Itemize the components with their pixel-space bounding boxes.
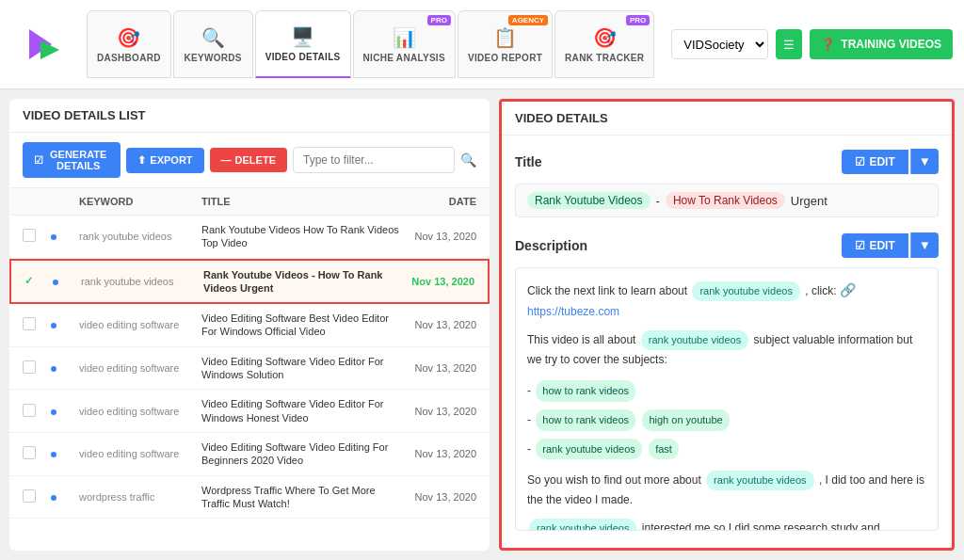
table-row[interactable]: ✓ rank youtube videos Rank Youtube Video…: [9, 259, 490, 305]
description-box[interactable]: Click the next link to learn about rank …: [515, 267, 939, 531]
row-checkbox[interactable]: [23, 489, 51, 504]
desc-edit-btn-group: ☑ EDIT ▼: [842, 232, 939, 258]
tab-dashboard-label: DASHBOARD: [97, 53, 161, 63]
table-header: KEYWORD TITLE DATE: [9, 188, 490, 216]
edit-icon2: ☑: [855, 239, 865, 252]
col-date: DATE: [401, 196, 476, 207]
row-keyword: video editing software: [79, 362, 201, 374]
training-videos-button[interactable]: ❓ TRAINING VIDEOS: [810, 29, 953, 59]
edit-icon: ☑: [855, 155, 865, 168]
rank-tracker-icon: 🎯: [593, 26, 617, 49]
row-status-dot: [53, 276, 81, 287]
dashboard-icon: 🎯: [117, 26, 140, 49]
row-keyword: video editing software: [79, 448, 201, 459]
row-keyword: rank youtube videos: [79, 231, 201, 242]
tab-dashboard[interactable]: 🎯 DASHBOARD: [87, 10, 171, 78]
col-keyword: KEYWORD: [79, 196, 201, 207]
tab-video-report[interactable]: AGENCY 📋 VIDEO REPORT: [458, 10, 553, 78]
desc-edit-menu-button[interactable]: ▼: [910, 232, 939, 258]
filter-input[interactable]: [293, 147, 455, 173]
row-keyword: wordpress traffic: [79, 491, 201, 503]
title-edit-menu-button[interactable]: ▼: [910, 149, 939, 174]
row-status-dot: [51, 319, 79, 330]
delete-button[interactable]: — DELETE: [210, 148, 287, 172]
title-tag-green: Rank Youtube Videos: [527, 192, 651, 209]
tab-video-details[interactable]: 🖥️ VIDEO DETAILS: [255, 10, 351, 78]
row-checkbox[interactable]: [23, 404, 51, 419]
menu-button[interactable]: ☰: [776, 29, 802, 59]
desc-keyword-tag2: rank youtube videos: [641, 330, 748, 350]
left-panel: VIDEO DETAILS LIST ☑ GENERATE DETAILS ⬆ …: [9, 99, 490, 551]
search-icon: 🔍: [460, 152, 476, 168]
row-date: Nov 13, 2020: [401, 405, 476, 418]
tab-video-report-label: VIDEO REPORT: [468, 53, 542, 63]
main-content: VIDEO DETAILS LIST ☑ GENERATE DETAILS ⬆ …: [0, 89, 964, 560]
right-panel-body: Title ☑ EDIT ▼ Rank Youtube Videos - How…: [502, 136, 952, 548]
pro-badge-niche: PRO: [427, 15, 451, 25]
row-status-dot: [51, 406, 79, 417]
row-keyword: video editing software: [79, 319, 201, 330]
row-checkbox[interactable]: [23, 229, 51, 244]
delete-icon: —: [221, 154, 232, 166]
header: 🎯 DASHBOARD 🔍 KEYWORDS 🖥️ VIDEO DETAILS …: [0, 0, 964, 89]
tab-keywords[interactable]: 🔍 KEYWORDS: [173, 10, 253, 78]
row-status-dot: [51, 362, 79, 374]
generate-details-button[interactable]: ☑ GENERATE DETAILS: [23, 142, 120, 178]
desc-section-header: Description ☑ EDIT ▼: [515, 232, 939, 258]
desc-section-label: Description: [515, 238, 587, 253]
title-section-header: Title ☑ EDIT ▼: [515, 149, 939, 174]
title-edit-button[interactable]: ☑ EDIT: [842, 150, 908, 174]
table-row[interactable]: video editing software Video Editing Sof…: [9, 390, 490, 433]
row-title: Video Editing Software Best Video Editor…: [201, 312, 401, 339]
row-checkbox[interactable]: [23, 317, 51, 332]
title-tags-container: Rank Youtube Videos - How To Rank Videos…: [515, 184, 939, 217]
desc-keyword-tag: rank youtube videos: [692, 281, 799, 301]
row-checkbox[interactable]: [23, 446, 51, 461]
chevron-down-icon: ▼: [919, 154, 931, 168]
desc-para-4: rank youtube videos interested me so I d…: [527, 519, 926, 531]
row-title: Rank Youtube Videos - How To Rank Videos…: [203, 268, 399, 296]
table-row[interactable]: video editing software Video Editing Sof…: [9, 433, 490, 476]
desc-para-3: So you wish to find out more about rank …: [527, 471, 926, 509]
row-date: Nov 13, 2020: [401, 447, 476, 460]
video-details-icon: 🖥️: [291, 25, 314, 48]
header-right: VIDSociety ☰ ❓ TRAINING VIDEOS: [671, 29, 953, 59]
desc-list-1: - how to rank videos: [527, 378, 926, 404]
title-tag-red: How To Rank Videos: [666, 192, 785, 209]
row-date: Nov 13, 2020: [401, 230, 476, 243]
desc-edit-button[interactable]: ☑ EDIT: [842, 233, 908, 258]
table-row[interactable]: video editing software Video Editing Sof…: [9, 347, 490, 391]
tab-niche-label: NICHE ANALYSIS: [363, 53, 445, 63]
table-row[interactable]: wordpress traffic Wordpress Traffic Wher…: [9, 476, 490, 520]
export-button[interactable]: ⬆ EXPORT: [126, 148, 203, 173]
agency-badge: AGENCY: [508, 15, 548, 25]
help-icon: ❓: [821, 38, 835, 51]
pro-badge-rank: PRO: [626, 15, 650, 25]
account-select[interactable]: VIDSociety: [671, 29, 768, 59]
right-panel-title: VIDEO DETAILS: [502, 102, 952, 136]
generate-icon: ☑: [34, 154, 43, 167]
table-row[interactable]: video editing software Video Editing Sof…: [9, 304, 490, 347]
keywords-icon: 🔍: [201, 26, 225, 49]
desc-para-1: Click the next link to learn about rank …: [527, 280, 926, 321]
desc-list-3: - rank youtube videos fast: [527, 437, 926, 462]
title-section-label: Title: [515, 154, 542, 169]
logo: [11, 22, 77, 67]
panel-title: VIDEO DETAILS LIST: [9, 99, 490, 133]
tab-rank-tracker[interactable]: PRO 🎯 RANK TRACKER: [554, 10, 654, 78]
row-keyword: video editing software: [79, 406, 201, 417]
tab-niche-analysis[interactable]: PRO 📊 NICHE ANALYSIS: [353, 10, 456, 78]
table-row[interactable]: rank youtube videos Rank Youtube Videos …: [9, 216, 490, 259]
col-title: TITLE: [201, 196, 401, 207]
tab-keywords-label: KEYWORDS: [185, 53, 242, 63]
row-title: Rank Youtube Videos How To Rank Videos T…: [201, 223, 401, 250]
video-report-icon: 📋: [493, 26, 517, 49]
row-date: Nov 13, 2020: [401, 490, 476, 504]
row-title: Video Editing Software Video Editing For…: [201, 440, 401, 468]
tab-rank-tracker-label: RANK TRACKER: [565, 53, 644, 63]
title-urgent: Urgent: [791, 194, 827, 208]
niche-icon: 📊: [393, 26, 416, 49]
row-checkbox[interactable]: [23, 360, 51, 376]
row-title: Wordpress Traffic Where To Get More Traf…: [201, 484, 401, 511]
title-separator: -: [656, 194, 660, 208]
